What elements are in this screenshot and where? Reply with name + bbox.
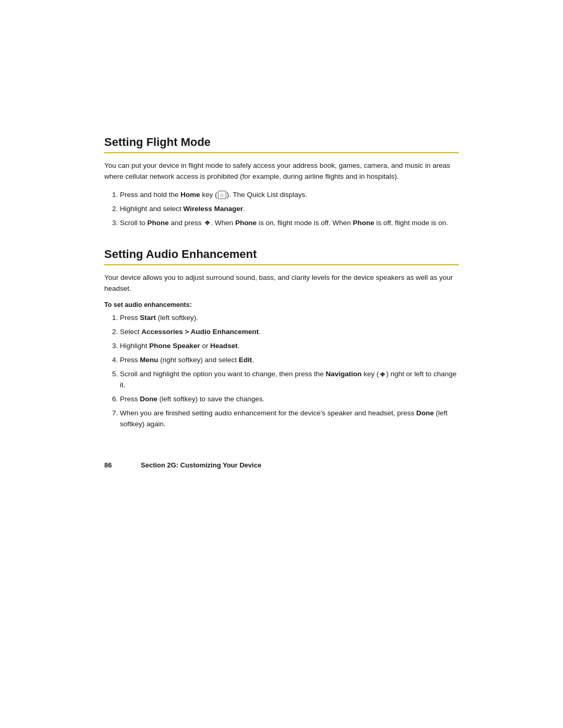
audio-steps: Press Start (left softkey). Select Acces… [104,313,459,429]
audio-step-4: Press Menu (right softkey) and select Ed… [120,355,459,366]
home-key-icon: ⌂ [218,191,226,199]
step4-bold-edit: Edit [239,356,252,364]
audio-step-1: Press Start (left softkey). [120,313,459,324]
footer-page-number: 86 [104,461,120,469]
step1-bold-start: Start [140,314,156,322]
step2-bold-accessories: Accessories > Audio Enhancement [141,328,259,336]
step3-bold-phone2: Phone [235,219,256,227]
flight-mode-intro: You can put your device in flight mode t… [104,161,459,182]
audio-step-3: Highlight Phone Speaker or Headset. [120,341,459,352]
step3-bold-phone3: Phone [353,219,374,227]
audio-enhancement-intro: Your device allows you to adjust surroun… [104,273,459,294]
audio-step-2: Select Accessories > Audio Enhancement. [120,327,459,338]
step4-bold-menu: Menu [140,356,158,364]
step3-bold-phonespeaker: Phone Speaker [149,342,200,350]
nav-key-icon: ❖ [204,218,211,228]
footer: 86 Section 2G: Customizing Your Device [104,461,459,469]
audio-enhancement-title: Setting Audio Enhancement [104,248,459,265]
nav-key-icon-2: ❖ [380,369,386,380]
flight-mode-step-1: Press and hold the Home key (⌂). The Qui… [120,190,459,201]
audio-step-6: Press Done (left softkey) to save the ch… [120,394,459,405]
flight-mode-step-3: Scroll to Phone and press ❖. When Phone … [120,218,459,229]
flight-mode-title: Setting Flight Mode [104,135,459,153]
step7-bold-done: Done [416,409,434,417]
step3-bold-phone1: Phone [148,219,169,227]
audio-step-7: When you are finished setting audio enha… [120,408,459,430]
flight-mode-section: Setting Flight Mode You can put your dev… [104,135,459,229]
footer-section-label: Section 2G: Customizing Your Device [141,461,261,469]
step6-bold-done: Done [140,395,157,403]
step3-bold-headset: Headset [210,342,238,350]
step5-bold-navigation: Navigation [326,370,362,378]
step1-bold-home: Home [180,191,200,199]
flight-mode-steps: Press and hold the Home key (⌂). The Qui… [104,190,459,229]
audio-subsection-label: To set audio enhancements: [104,301,459,309]
flight-mode-step-2: Highlight and select Wireless Manager. [120,204,459,215]
page: Setting Flight Mode You can put your dev… [0,0,563,728]
audio-enhancement-section: Setting Audio Enhancement Your device al… [104,248,459,430]
audio-step-5: Scroll and highlight the option you want… [120,369,459,391]
step2-bold-wireless: Wireless Manager [183,205,243,213]
